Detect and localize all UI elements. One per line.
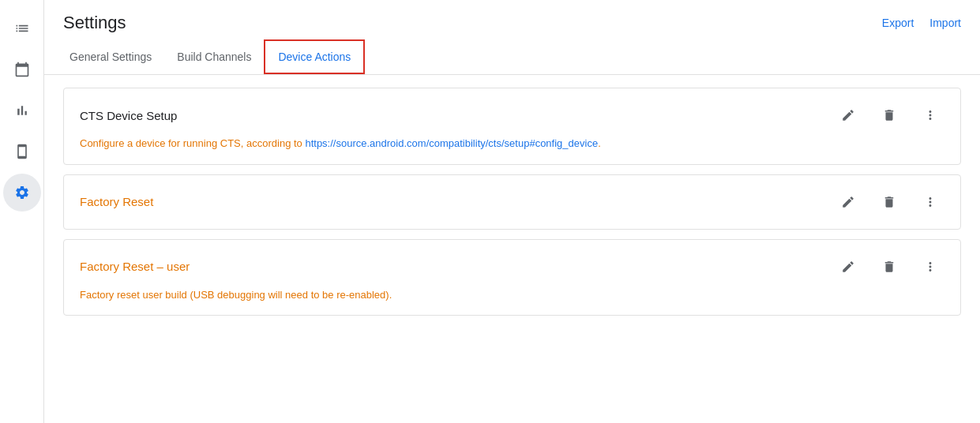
action-card-cts: CTS Device Setup — [63, 88, 961, 165]
edit-cts-button[interactable] — [834, 101, 862, 129]
content-area: CTS Device Setup — [44, 75, 980, 423]
action-card-factory-reset-user-icons — [834, 253, 944, 281]
tab-build-channels[interactable]: Build Channels — [164, 39, 264, 74]
more-factory-reset-user-button[interactable] — [916, 253, 944, 281]
action-card-factory-reset-title: Factory Reset — [80, 195, 153, 208]
edit-factory-reset-user-button[interactable] — [834, 253, 862, 281]
edit-factory-reset-button[interactable] — [834, 188, 862, 216]
main-content: Settings Export Import General Settings … — [44, 0, 980, 423]
action-card-cts-title: CTS Device Setup — [80, 109, 177, 122]
action-card-factory-reset-user-title: Factory Reset – user — [80, 260, 190, 273]
sidebar-item-list[interactable] — [3, 9, 41, 47]
import-link[interactable]: Import — [929, 17, 961, 29]
page-title: Settings — [63, 13, 126, 33]
sidebar-item-chart[interactable] — [3, 92, 41, 129]
delete-factory-reset-button[interactable] — [875, 188, 903, 216]
tabs-bar: General Settings Build Channels Device A… — [44, 39, 980, 75]
more-factory-reset-button[interactable] — [916, 188, 944, 216]
more-cts-button[interactable] — [916, 101, 944, 129]
tab-general-settings[interactable]: General Settings — [57, 39, 164, 74]
header-actions: Export Import — [882, 17, 961, 29]
action-card-factory-reset-user-desc: Factory reset user build (USB debugging … — [80, 287, 944, 303]
sidebar-item-settings[interactable] — [3, 174, 41, 212]
sidebar-item-calendar[interactable] — [3, 51, 41, 88]
page-header: Settings Export Import — [44, 0, 980, 33]
action-card-factory-reset-user: Factory Reset – user — [63, 239, 961, 316]
action-card-factory-reset-header: Factory Reset — [80, 188, 944, 216]
delete-factory-reset-user-button[interactable] — [875, 253, 903, 281]
action-card-factory-reset-user-header: Factory Reset – user — [80, 253, 944, 281]
action-card-cts-header: CTS Device Setup — [80, 101, 944, 129]
action-card-cts-desc: Configure a device for running CTS, acco… — [80, 136, 944, 152]
action-card-cts-icons — [834, 101, 944, 129]
tab-device-actions[interactable]: Device Actions — [264, 39, 365, 74]
action-card-factory-reset: Factory Reset — [63, 174, 961, 230]
sidebar-item-device[interactable] — [3, 133, 41, 170]
action-card-factory-reset-icons — [834, 188, 944, 216]
cts-link[interactable]: https://source.android.com/compatibility… — [305, 137, 598, 149]
export-link[interactable]: Export — [882, 17, 914, 29]
sidebar — [0, 0, 44, 423]
delete-cts-button[interactable] — [875, 101, 903, 129]
